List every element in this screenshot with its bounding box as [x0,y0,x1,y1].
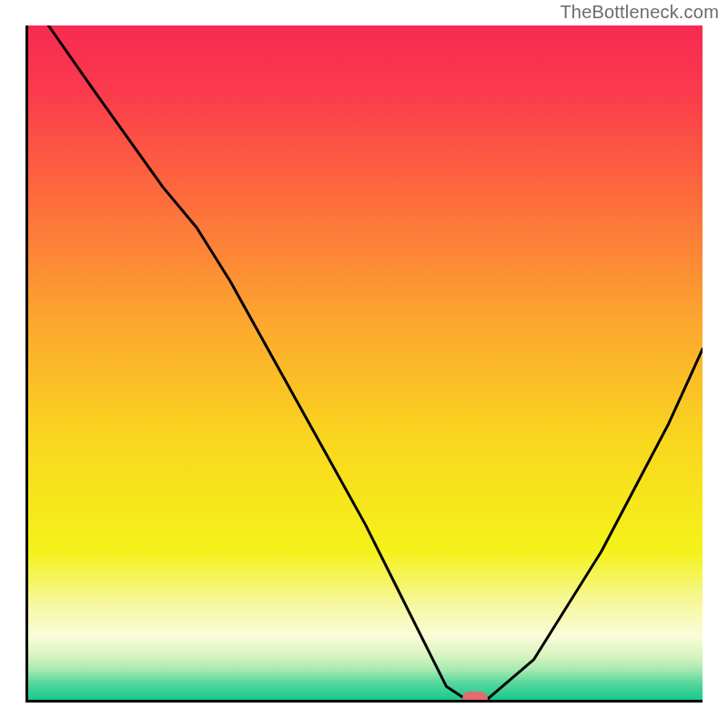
plot-svg [28,25,703,700]
watermark-label: TheBottleneck.com [560,2,719,23]
plot-area [25,25,703,703]
gradient-fill [28,25,703,700]
optimum-marker [462,692,488,700]
chart-frame: TheBottleneck.com [0,0,728,728]
plot-inner [28,25,703,700]
